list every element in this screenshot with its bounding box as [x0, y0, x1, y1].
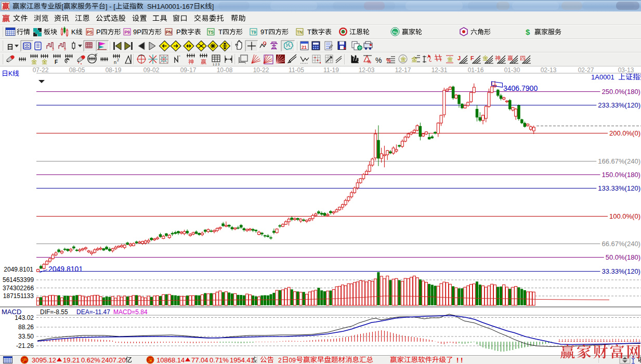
svg-text:1A0001: 1A0001 [591, 73, 614, 81]
svg-text:66.67%(240): 66.67%(240) [602, 240, 640, 248]
svg-text:9: 9 [64, 47, 66, 51]
svg-text:09-02: 09-02 [143, 66, 160, 74]
svg-text:10-08: 10-08 [217, 66, 233, 74]
svg-text:T: T [307, 28, 311, 36]
svg-text:02-27: 02-27 [578, 66, 594, 74]
svg-text:187151133: 187151133 [3, 292, 34, 300]
svg-text:19.21: 19.21 [63, 356, 80, 364]
svg-text:-21.26: -21.26 [16, 342, 34, 349]
svg-text:21: 21 [302, 45, 307, 50]
svg-text:133.33%(120): 133.33%(120) [598, 184, 640, 192]
svg-text:01-30: 01-30 [504, 66, 520, 74]
svg-text:2: 2 [278, 357, 282, 364]
svg-text:09: 09 [289, 357, 296, 364]
svg-text:3: 3 [52, 47, 54, 51]
svg-text:SH1A0001-167: SH1A0001-167 [143, 3, 193, 10]
svg-text:200.0%(0): 200.0%(0) [609, 129, 640, 137]
svg-text:MACD=5.84: MACD=5.84 [113, 308, 148, 316]
svg-text:PN: PN [166, 30, 172, 35]
svg-text:K: K [201, 3, 205, 10]
svg-text:J: J [457, 55, 461, 61]
svg-text:50.0%(180): 50.0%(180) [606, 253, 640, 261]
svg-text:T: T [218, 28, 223, 36]
svg-text:9P: 9P [133, 28, 141, 36]
svg-text:88.26: 88.26 [18, 323, 34, 331]
svg-text:$: $ [526, 28, 530, 36]
svg-text:77.04: 77.04 [191, 356, 208, 364]
svg-text:Big: Big [393, 31, 398, 34]
svg-text:150.0%(180): 150.0%(180) [602, 171, 640, 179]
svg-text:12-17: 12-17 [395, 66, 411, 74]
svg-text:P9: P9 [124, 30, 130, 35]
svg-text:F: F [55, 59, 58, 65]
svg-text:TS: TS [208, 30, 214, 35]
svg-text:2: 2 [117, 58, 119, 62]
svg-text:K: K [71, 28, 76, 36]
svg-text:1954.41: 1954.41 [230, 356, 254, 364]
svg-text:166.67%(240): 166.67%(240) [598, 157, 640, 165]
svg-text:[: [ [62, 3, 64, 10]
svg-text:33.33%(120): 33.33%(120) [602, 267, 640, 275]
svg-text:2049.8101: 2049.8101 [48, 265, 83, 273]
svg-text:03-13: 03-13 [618, 66, 634, 74]
svg-text:n: n [114, 60, 116, 65]
svg-text:0.62%: 0.62% [81, 356, 100, 364]
svg-text:F: F [470, 55, 474, 61]
svg-text:1 2 3: 1 2 3 [213, 63, 220, 66]
svg-text:11-19: 11-19 [323, 66, 339, 74]
svg-text:] - [: ] - [ [106, 3, 115, 10]
svg-text:P: P [176, 28, 181, 36]
svg-text:08-19: 08-19 [106, 66, 122, 74]
svg-text:10-22: 10-22 [253, 66, 269, 74]
svg-text:07-22: 07-22 [33, 66, 49, 74]
svg-text:01-16: 01-16 [468, 66, 484, 74]
svg-text:233.33%(120): 233.33%(120) [598, 101, 640, 109]
svg-text:09-17: 09-17 [180, 66, 197, 74]
svg-text:3406.7900: 3406.7900 [503, 84, 538, 92]
svg-text:K: K [8, 70, 12, 77]
svg-text:PS: PS [87, 30, 93, 35]
svg-text:]: ] [212, 3, 214, 10]
svg-text:9T: 9T [260, 28, 268, 36]
svg-text:! !: ! ! [456, 356, 463, 364]
svg-text:%: % [367, 59, 371, 64]
svg-text:250.0%(180): 250.0%(180) [602, 88, 640, 96]
svg-text:08-05: 08-05 [69, 66, 85, 74]
svg-text:11-05: 11-05 [289, 66, 304, 74]
svg-text:3095.12: 3095.12 [32, 356, 56, 364]
svg-text:": " [179, 55, 180, 59]
svg-text:P: P [96, 28, 101, 36]
svg-text:TN: TN [297, 30, 303, 35]
svg-text:0.71%: 0.71% [210, 356, 229, 364]
svg-text:%: % [375, 56, 382, 64]
svg-text:T9: T9 [251, 30, 256, 35]
svg-text:561453399: 561453399 [3, 276, 34, 284]
svg-text:100.0%(0): 100.0%(0) [609, 212, 640, 220]
svg-text:143.02: 143.02 [15, 314, 34, 321]
svg-text:DIF=-8.55: DIF=-8.55 [40, 308, 68, 316]
svg-text:2407.20: 2407.20 [101, 356, 126, 364]
svg-text:DEA=-11.47: DEA=-11.47 [76, 308, 110, 316]
svg-text:02-13: 02-13 [541, 66, 557, 74]
svg-text:12-31: 12-31 [431, 66, 448, 74]
svg-text:33.50: 33.50 [18, 333, 34, 340]
svg-text:2049.8101: 2049.8101 [4, 266, 33, 273]
svg-text:10868.14: 10868.14 [156, 356, 185, 364]
svg-text:374302266: 374302266 [3, 285, 34, 292]
svg-text:12-03: 12-03 [359, 66, 375, 74]
